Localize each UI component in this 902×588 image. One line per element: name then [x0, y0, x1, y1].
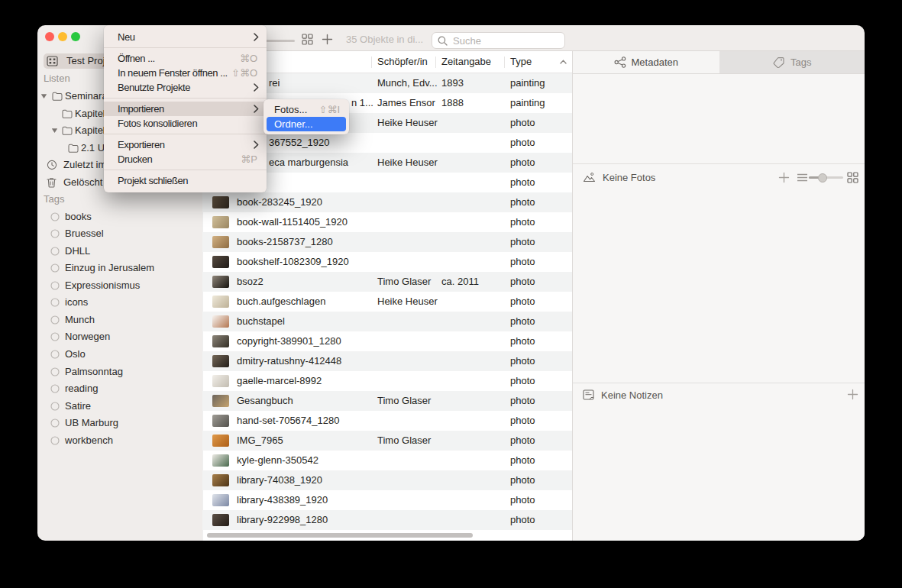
sidebar-item-label: Norwegen [65, 329, 110, 344]
table-row[interactable]: bsoz2Timo Glaserca. 2011photo [202, 272, 572, 292]
folder-icon [62, 126, 73, 135]
table-row[interactable]: buch.aufgeschlagenHeike Heuserphoto [202, 292, 572, 312]
row-type: photo [510, 490, 535, 510]
row-type: photo [510, 470, 535, 490]
table-row[interactable]: books-2158737_1280photo [202, 232, 572, 252]
table-row[interactable]: library-922998_1280photo [202, 510, 572, 530]
tag-item-norwegen[interactable]: Norwegen [37, 329, 202, 344]
row-name: rei [269, 73, 280, 93]
column-header-zeitangabe[interactable]: Zeitangabe [441, 56, 491, 67]
tab-metadaten[interactable]: Metadaten [573, 51, 719, 73]
submenu-item-fotos[interactable]: Fotos...⇧⌘I [267, 102, 346, 117]
horizontal-scrollbar[interactable] [207, 533, 473, 538]
add-photo-icon[interactable] [778, 172, 790, 183]
folder-icon [62, 109, 73, 118]
menu-item-label: Importieren [118, 103, 164, 115]
row-thumbnail [212, 494, 229, 506]
tab-tags[interactable]: Tags [719, 51, 865, 73]
table-row[interactable]: GesangbuchTimo Glaserphoto [202, 391, 572, 411]
row-name: IMG_7965 [237, 431, 283, 451]
row-type: photo [510, 272, 535, 292]
sidebar-item-label: Zuletzt im [63, 157, 106, 173]
menu-separator [104, 98, 267, 99]
minimize-button[interactable] [58, 32, 67, 41]
menu-item-neu[interactable]: Neu [104, 30, 267, 44]
slider-knob[interactable] [818, 173, 827, 183]
submenu-arrow-icon [254, 105, 259, 113]
menu-item-fotos-konsolidieren[interactable]: Fotos konsolidieren [104, 116, 267, 131]
table-row[interactable]: IMG_7965Timo Glaserphoto [202, 431, 572, 451]
tabs-divider [573, 73, 865, 74]
tag-item-bruessel[interactable]: Bruessel [37, 226, 202, 241]
table-row[interactable]: library-438389_1920photo [202, 490, 572, 510]
tag-item-books[interactable]: books [37, 209, 202, 225]
row-thumbnail [212, 395, 229, 407]
row-type: photo [510, 371, 535, 391]
tag-item-reading[interactable]: reading [37, 381, 202, 396]
tag-item-munch[interactable]: Munch [37, 312, 202, 328]
table-row[interactable]: buchstapelphoto [202, 312, 572, 331]
table-row[interactable]: copyright-389901_1280photo [202, 331, 572, 351]
sidebar-item-label: Gelöscht [63, 175, 102, 190]
table-row[interactable]: kyle-glenn-350542photo [202, 451, 572, 470]
list-view-icon[interactable] [797, 173, 808, 182]
tag-item-einzug-in-jerusalem[interactable]: Einzug in Jerusalem [37, 260, 202, 276]
photo-size-slider[interactable] [809, 176, 843, 179]
row-thumbnail [212, 335, 229, 347]
zoom-button[interactable] [71, 32, 80, 41]
row-type: photo [510, 411, 535, 431]
tag-circle-icon [50, 229, 60, 238]
tag-item-oslo[interactable]: Oslo [37, 347, 202, 362]
row-thumbnail [212, 216, 229, 228]
row-type: photo [510, 113, 535, 133]
search-field[interactable] [432, 32, 565, 49]
table-row[interactable]: book-wall-1151405_1920photo [202, 212, 572, 232]
menu-item-in-neuem-fenster-öffnen[interactable]: In neuem Fenster öffnen ...⇧⌘O [104, 66, 267, 80]
menu-item-exportieren[interactable]: Exportieren [104, 137, 267, 152]
menu-item-label: Benutzte Projekte [118, 82, 190, 93]
tag-item-dhll[interactable]: DHLL [37, 244, 202, 259]
tag-item-ub-marburg[interactable]: UB Marburg [37, 415, 202, 431]
add-note-icon[interactable] [847, 389, 858, 400]
close-button[interactable] [45, 32, 54, 41]
grid-view-small-icon[interactable] [847, 172, 858, 183]
row-name: book-wall-1151405_1920 [237, 212, 348, 232]
tag-item-satire[interactable]: Satire [37, 399, 202, 414]
row-type: photo [510, 252, 535, 272]
table-row[interactable]: bookshelf-1082309_1920photo [202, 252, 572, 272]
tag-item-palmsonntag[interactable]: Palmsonntag [37, 364, 202, 380]
row-thumbnail [212, 236, 229, 248]
column-header-schöpfer-in[interactable]: Schöpfer/in [377, 56, 428, 67]
grid-view-icon[interactable] [302, 34, 313, 45]
table-row[interactable]: library-74038_1920photo [202, 470, 572, 490]
menu-item-drucken[interactable]: Drucken⌘P [104, 152, 267, 166]
row-creator: Heike Heuser [377, 153, 438, 173]
table-row[interactable]: gaelle-marcel-8992photo [202, 371, 572, 391]
menu-item-benutzte-projekte[interactable]: Benutzte Projekte [104, 80, 267, 95]
row-type: painting [510, 93, 545, 113]
menu-item-importieren[interactable]: Importieren [104, 102, 267, 116]
row-type: photo [510, 153, 535, 173]
tag-circle-icon [50, 418, 60, 428]
tag-item-icons[interactable]: icons [37, 295, 202, 310]
menu-item-öffnen[interactable]: Öffnen ...⌘O [104, 51, 267, 66]
row-thumbnail [212, 296, 229, 308]
submenu-item-ordner[interactable]: Ordner... [267, 117, 346, 131]
add-icon[interactable] [322, 34, 333, 45]
row-creator: Heike Heuser [377, 292, 438, 312]
table-row[interactable]: book-283245_1920photo [202, 192, 572, 212]
row-date: 1888 [441, 93, 464, 113]
table-row[interactable]: dmitry-ratushny-412448photo [202, 351, 572, 371]
menu-item-projekt-schließen[interactable]: Projekt schließen [104, 173, 267, 188]
row-thumbnail [212, 435, 229, 447]
tag-item-expressionismus[interactable]: Expressionismus [37, 278, 202, 293]
tag-item-workbench[interactable]: workbench [37, 433, 202, 448]
sidebar-item-label: Palmsonntag [65, 364, 123, 380]
photos-empty-text: Keine Fotos [603, 172, 655, 183]
sidebar-item-label: Listen [44, 71, 70, 86]
search-input[interactable] [451, 34, 551, 47]
column-header-type[interactable]: Type [510, 56, 532, 67]
menu-separator [104, 47, 267, 48]
row-type: photo [510, 292, 535, 312]
table-row[interactable]: hand-set-705674_1280photo [202, 411, 572, 431]
